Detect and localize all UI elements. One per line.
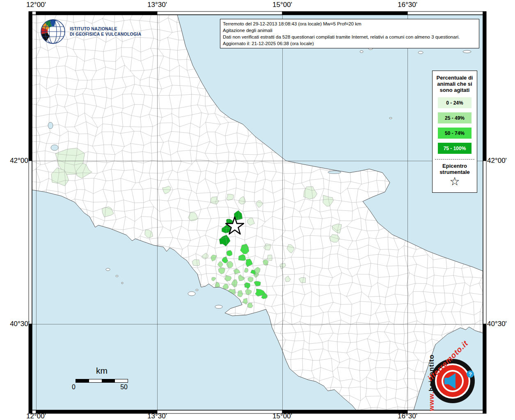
map-frame-segment xyxy=(29,324,32,413)
info-updated: Aggiornato il: 21-12-2025 06:38 (ora loc… xyxy=(223,40,476,47)
map-frame-segment xyxy=(36,11,157,15)
axis-label-left-42: 42°00' xyxy=(0,157,30,165)
island xyxy=(106,268,110,271)
ingv-logo-block: ISTITUTO NAZIONALE DI GEOFISICA E VULCAN… xyxy=(39,18,141,45)
watermark-www: www. xyxy=(428,391,435,411)
ingv-institute-name: ISTITUTO NAZIONALE DI GEOFISICA E VULCAN… xyxy=(70,26,141,37)
map-frame-segment xyxy=(282,11,407,15)
scale-segment xyxy=(102,379,115,382)
map-frame-segment xyxy=(32,11,36,15)
lake xyxy=(328,171,341,174)
info-subtitle: Agitazione degli animali xyxy=(223,27,476,34)
legend-epicenter-label: Epicentro strumentale xyxy=(435,159,474,175)
legend-class-2: 50 - 74% xyxy=(438,128,472,139)
island xyxy=(389,117,392,119)
map-frame-segment xyxy=(29,161,32,324)
island xyxy=(188,292,195,296)
scale-unit: km xyxy=(74,366,130,376)
ingv-name-line2: DI GEOFISICA E VULCANOLOGIA xyxy=(70,32,141,37)
island xyxy=(418,51,423,54)
axis-label-left-4030: 40°30' xyxy=(0,320,30,328)
info-title: Terremoto del 29-12-2013 18:08:43 (ora l… xyxy=(223,21,476,27)
axis-label-right-42: 42°00' xyxy=(487,157,515,165)
map-frame-segment xyxy=(483,324,486,413)
legend-class-0: 0 - 24% xyxy=(438,97,472,108)
scale-segment xyxy=(115,379,128,382)
epicenter-star-icon: ☆ xyxy=(434,175,475,188)
map-frame-segment xyxy=(483,161,486,324)
map-frame-segment xyxy=(36,410,157,413)
lake xyxy=(51,145,58,151)
map-frame-segment xyxy=(407,11,483,15)
earthquake-info-box: Terremoto del 29-12-2013 18:08:43 (ora l… xyxy=(220,19,479,48)
axis-label-top-12: 12°00' xyxy=(26,1,46,9)
island xyxy=(463,50,471,53)
legend-box: Percentuale di animali che si sono agita… xyxy=(432,71,477,193)
scale-bar: km 0 50 xyxy=(74,366,130,391)
ingv-globe-icon xyxy=(39,18,66,45)
map-canvas: ? xyxy=(0,0,515,420)
map-frame-segment xyxy=(282,410,407,413)
legend-title: Percentuale di animali che si sono agita… xyxy=(434,75,475,93)
map-frame-segment xyxy=(157,410,282,413)
legend-class-1: 25 - 49% xyxy=(438,112,472,123)
scale-segment xyxy=(76,379,89,382)
island xyxy=(215,305,222,308)
axis-label-bottom-1630: 16°30' xyxy=(398,412,417,420)
scale-end: 50 xyxy=(120,383,128,391)
scale-start: 0 xyxy=(72,383,76,391)
axis-label-right-4030: 40°30' xyxy=(487,320,515,328)
map-frame-segment xyxy=(29,11,32,161)
axis-label-bottom-15: 15°00' xyxy=(272,412,292,420)
map-frame-segment xyxy=(407,410,483,413)
island xyxy=(360,51,363,53)
axis-label-bottom-1330: 13°30' xyxy=(147,412,167,420)
island xyxy=(116,275,118,277)
legend-class-3: 75 - 100% xyxy=(438,143,472,154)
lake xyxy=(48,122,53,129)
map-frame-segment xyxy=(157,11,282,15)
ingv-name-line1: ISTITUTO NAZIONALE xyxy=(70,26,141,32)
scale-bar-segments xyxy=(76,379,128,383)
svg-text:?: ? xyxy=(469,371,472,377)
axis-label-bottom-12: 12°00' xyxy=(26,412,46,420)
island xyxy=(121,282,123,284)
axis-label-top-15: 15°00' xyxy=(272,1,292,9)
axis-label-top-1630: 16°30' xyxy=(398,1,417,9)
island xyxy=(196,289,198,291)
map-frame-segment xyxy=(483,11,486,161)
axis-label-top-1330: 13°30' xyxy=(147,1,167,9)
scale-segment xyxy=(89,379,102,382)
info-source: Dati non verificati estratti da 528 ques… xyxy=(223,34,476,40)
